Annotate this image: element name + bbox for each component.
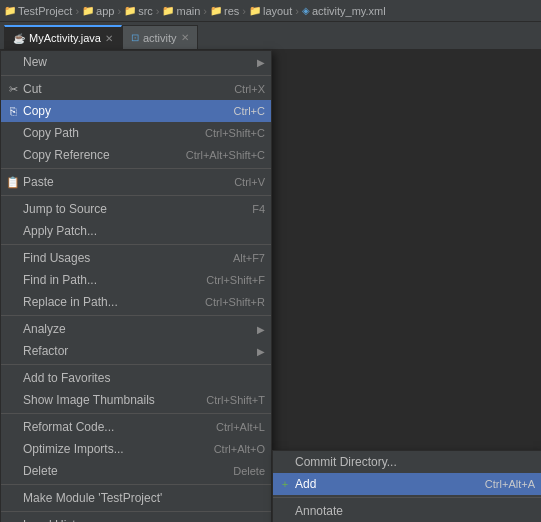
breadcrumb-app[interactable]: app bbox=[96, 5, 114, 17]
separator-6 bbox=[1, 364, 271, 365]
separator-5 bbox=[1, 315, 271, 316]
separator-8 bbox=[1, 484, 271, 485]
arrow-icon-analyze: ▶ bbox=[257, 324, 265, 335]
menu-item-new[interactable]: New ▶ bbox=[1, 51, 271, 73]
main-area: C <RelativeLayout xmlns:an xmlns:tools="… bbox=[0, 50, 541, 522]
menu-item-jump-to-source[interactable]: Jump to Source F4 bbox=[1, 198, 271, 220]
breadcrumb-src[interactable]: src bbox=[138, 5, 153, 17]
separator-1 bbox=[1, 75, 271, 76]
separator-4 bbox=[1, 244, 271, 245]
menu-item-analyze[interactable]: Analyze ▶ bbox=[1, 318, 271, 340]
menu-item-local-history[interactable]: Local History ▶ bbox=[1, 514, 271, 522]
menu-item-copy-reference[interactable]: Copy Reference Ctrl+Alt+Shift+C bbox=[1, 144, 271, 166]
breadcrumb: 📁 TestProject › 📁 app › 📁 src › 📁 main ›… bbox=[4, 5, 386, 17]
copy-icon: ⎘ bbox=[5, 105, 21, 117]
add-icon: + bbox=[277, 478, 293, 490]
tab-close-activity[interactable]: ✕ bbox=[181, 32, 189, 43]
breadcrumb-project[interactable]: TestProject bbox=[18, 5, 72, 17]
breadcrumb-main[interactable]: main bbox=[176, 5, 200, 17]
separator-2 bbox=[1, 168, 271, 169]
src-icon: 📁 bbox=[124, 5, 136, 16]
menu-item-make-module[interactable]: Make Module 'TestProject' bbox=[1, 487, 271, 509]
title-bar: 📁 TestProject › 📁 app › 📁 src › 📁 main ›… bbox=[0, 0, 541, 22]
res-icon: 📁 bbox=[210, 5, 222, 16]
tab-myactivity[interactable]: ☕ MyActivity.java ✕ bbox=[4, 25, 122, 49]
breadcrumb-file[interactable]: activity_my.xml bbox=[312, 5, 386, 17]
xml-file-icon: ◈ bbox=[302, 5, 310, 16]
editor-tabs: ☕ MyActivity.java ✕ ⊡ activity ✕ bbox=[0, 22, 541, 50]
menu-item-refactor[interactable]: Refactor ▶ bbox=[1, 340, 271, 362]
git-submenu[interactable]: Commit Directory... + Add Ctrl+Alt+A Ann… bbox=[272, 450, 541, 522]
submenu-commit-directory[interactable]: Commit Directory... bbox=[273, 451, 541, 473]
breadcrumb-layout[interactable]: layout bbox=[263, 5, 292, 17]
context-menu[interactable]: New ▶ ✂ Cut Ctrl+X ⎘ Copy Ctrl+C Copy Pa… bbox=[0, 50, 272, 522]
layout-icon: 📁 bbox=[249, 5, 261, 16]
arrow-icon-refactor: ▶ bbox=[257, 346, 265, 357]
menu-item-optimize-imports[interactable]: Optimize Imports... Ctrl+Alt+O bbox=[1, 438, 271, 460]
tab-activity[interactable]: ⊡ activity ✕ bbox=[122, 25, 198, 49]
cut-icon: ✂ bbox=[5, 83, 21, 96]
menu-item-reformat-code[interactable]: Reformat Code... Ctrl+Alt+L bbox=[1, 416, 271, 438]
tab-label-myactivity: MyActivity.java bbox=[29, 32, 101, 44]
menu-item-show-thumbnails[interactable]: Show Image Thumbnails Ctrl+Shift+T bbox=[1, 389, 271, 411]
menu-item-copy-path[interactable]: Copy Path Ctrl+Shift+C bbox=[1, 122, 271, 144]
menu-item-delete[interactable]: Delete Delete bbox=[1, 460, 271, 482]
submenu-annotate[interactable]: Annotate bbox=[273, 500, 541, 522]
menu-item-find-usages[interactable]: Find Usages Alt+F7 bbox=[1, 247, 271, 269]
sub-separator-1 bbox=[273, 497, 541, 498]
menu-item-apply-patch[interactable]: Apply Patch... bbox=[1, 220, 271, 242]
submenu-add[interactable]: + Add Ctrl+Alt+A bbox=[273, 473, 541, 495]
arrow-icon-new: ▶ bbox=[257, 57, 265, 68]
java-icon: ☕ bbox=[13, 33, 25, 44]
tab-close-myactivity[interactable]: ✕ bbox=[105, 33, 113, 44]
separator-7 bbox=[1, 413, 271, 414]
xml-tab-icon: ⊡ bbox=[131, 32, 139, 43]
menu-item-find-in-path[interactable]: Find in Path... Ctrl+Shift+F bbox=[1, 269, 271, 291]
separator-3 bbox=[1, 195, 271, 196]
menu-item-add-favorites[interactable]: Add to Favorites bbox=[1, 367, 271, 389]
tab-label-activity: activity bbox=[143, 32, 177, 44]
menu-item-copy[interactable]: ⎘ Copy Ctrl+C bbox=[1, 100, 271, 122]
app-icon: 📁 bbox=[82, 5, 94, 16]
menu-item-replace-in-path[interactable]: Replace in Path... Ctrl+Shift+R bbox=[1, 291, 271, 313]
separator-9 bbox=[1, 511, 271, 512]
paste-icon: 📋 bbox=[5, 176, 21, 189]
project-icon: 📁 bbox=[4, 5, 16, 16]
breadcrumb-res[interactable]: res bbox=[224, 5, 239, 17]
menu-item-cut[interactable]: ✂ Cut Ctrl+X bbox=[1, 78, 271, 100]
menu-item-paste[interactable]: 📋 Paste Ctrl+V bbox=[1, 171, 271, 193]
main-icon: 📁 bbox=[162, 5, 174, 16]
